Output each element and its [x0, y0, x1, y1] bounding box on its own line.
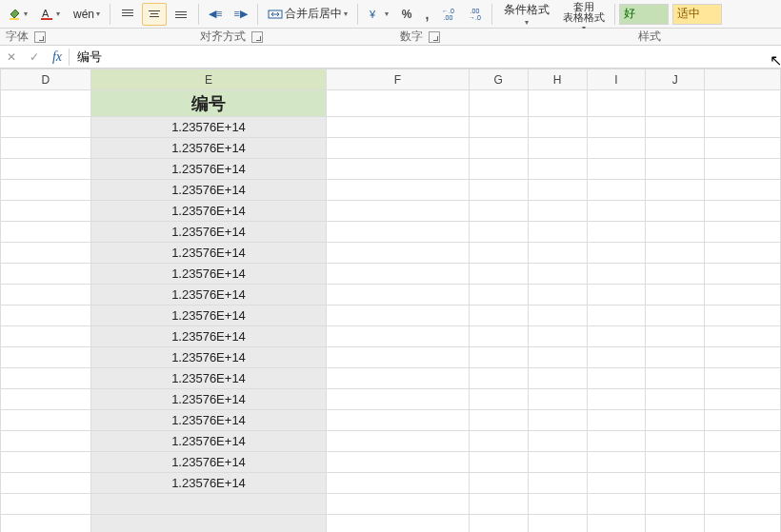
cell[interactable]	[90, 515, 327, 533]
cell[interactable]	[528, 138, 587, 159]
align-top-button[interactable]	[115, 3, 140, 26]
cell[interactable]	[469, 452, 528, 473]
cell[interactable]	[528, 494, 587, 515]
cell[interactable]	[1, 431, 91, 452]
cell[interactable]: 1.23576E+14	[90, 347, 327, 368]
cell[interactable]	[327, 452, 470, 473]
cell[interactable]	[528, 243, 587, 264]
cell[interactable]	[327, 368, 470, 389]
cell[interactable]	[1, 222, 91, 243]
cell[interactable]	[469, 305, 528, 326]
cell[interactable]	[646, 410, 705, 431]
cell[interactable]	[327, 285, 470, 305]
cell[interactable]	[528, 222, 587, 243]
cell[interactable]	[587, 431, 646, 452]
cell[interactable]	[327, 222, 470, 243]
cell[interactable]	[528, 159, 587, 180]
cell[interactable]	[705, 264, 781, 285]
fill-color-button[interactable]	[2, 3, 32, 26]
cell[interactable]	[646, 285, 705, 305]
cell[interactable]: 1.23576E+14	[90, 264, 327, 285]
cell[interactable]: 1.23576E+14	[90, 201, 327, 222]
cell[interactable]	[587, 305, 646, 326]
cell[interactable]	[469, 515, 528, 533]
cell[interactable]: 1.23576E+14	[90, 159, 327, 180]
cell[interactable]	[1, 117, 91, 138]
cell[interactable]: 1.23576E+14	[90, 389, 327, 410]
cell[interactable]	[327, 243, 470, 264]
cell[interactable]	[327, 138, 470, 159]
cell[interactable]	[469, 117, 528, 138]
cell[interactable]	[646, 159, 705, 180]
cell[interactable]	[327, 389, 470, 410]
cell[interactable]	[469, 410, 528, 431]
cell[interactable]	[587, 264, 646, 285]
cell[interactable]	[327, 347, 470, 368]
cell[interactable]	[528, 431, 587, 452]
cell[interactable]	[587, 243, 646, 264]
cell[interactable]	[705, 452, 781, 473]
number-format-button[interactable]: ¥	[363, 3, 393, 26]
cell[interactable]	[705, 159, 781, 180]
cell[interactable]: 1.23576E+14	[90, 452, 327, 473]
cell[interactable]	[528, 90, 587, 117]
cell[interactable]	[528, 201, 587, 222]
cell[interactable]	[1, 368, 91, 389]
cell[interactable]	[327, 90, 470, 117]
increase-indent-button[interactable]: ≡▶	[229, 3, 251, 26]
cell[interactable]	[469, 389, 528, 410]
cell[interactable]	[327, 431, 470, 452]
cell-style-warn[interactable]: 适中	[672, 4, 722, 25]
cell[interactable]	[587, 180, 646, 201]
cell[interactable]	[705, 410, 781, 431]
cell[interactable]	[327, 410, 470, 431]
cell[interactable]	[705, 222, 781, 243]
cell[interactable]	[469, 222, 528, 243]
cell[interactable]	[528, 452, 587, 473]
cell[interactable]	[1, 90, 91, 117]
cell[interactable]	[646, 494, 705, 515]
cell[interactable]	[528, 305, 587, 326]
decrease-indent-button[interactable]: ◀≡	[204, 3, 227, 26]
cell[interactable]	[1, 347, 91, 368]
align-launcher[interactable]	[251, 31, 263, 43]
cell[interactable]: 1.23576E+14	[90, 368, 327, 389]
cell[interactable]	[705, 90, 781, 117]
cell[interactable]	[705, 117, 781, 138]
cell[interactable]	[587, 389, 646, 410]
cell[interactable]	[327, 180, 470, 201]
cell[interactable]: 1.23576E+14	[90, 305, 327, 326]
cell[interactable]	[1, 515, 91, 533]
cell[interactable]	[646, 452, 705, 473]
cell[interactable]	[469, 138, 528, 159]
cell[interactable]	[587, 90, 646, 117]
cell[interactable]	[646, 305, 705, 326]
cell[interactable]: 1.23576E+14	[90, 431, 327, 452]
cell[interactable]	[469, 90, 528, 117]
cell[interactable]	[587, 452, 646, 473]
cell[interactable]	[469, 326, 528, 347]
merge-center-button[interactable]: 合并后居中	[263, 3, 352, 26]
cell[interactable]	[469, 285, 528, 305]
cell[interactable]	[587, 201, 646, 222]
cell[interactable]: 1.23576E+14	[90, 326, 327, 347]
cell[interactable]	[528, 368, 587, 389]
cell[interactable]	[1, 305, 91, 326]
col-header-I[interactable]: I	[587, 69, 646, 90]
cell[interactable]	[587, 494, 646, 515]
cell[interactable]	[705, 243, 781, 264]
insert-function-button[interactable]: fx	[46, 47, 69, 68]
cell[interactable]	[646, 389, 705, 410]
cell-style-good[interactable]: 好	[619, 4, 669, 25]
cell[interactable]	[587, 347, 646, 368]
cell[interactable]: 1.23576E+14	[90, 117, 327, 138]
cell[interactable]	[528, 117, 587, 138]
cell[interactable]	[327, 515, 470, 533]
number-launcher[interactable]	[429, 31, 440, 43]
cell[interactable]	[469, 243, 528, 264]
conditional-format-button[interactable]: 条件格式	[497, 1, 554, 28]
phonetic-guide-button[interactable]: wén	[67, 3, 105, 26]
decrease-decimal-button[interactable]: .00→.0	[462, 3, 487, 26]
cell[interactable]	[705, 368, 781, 389]
cell[interactable]: 1.23576E+14	[90, 222, 327, 243]
